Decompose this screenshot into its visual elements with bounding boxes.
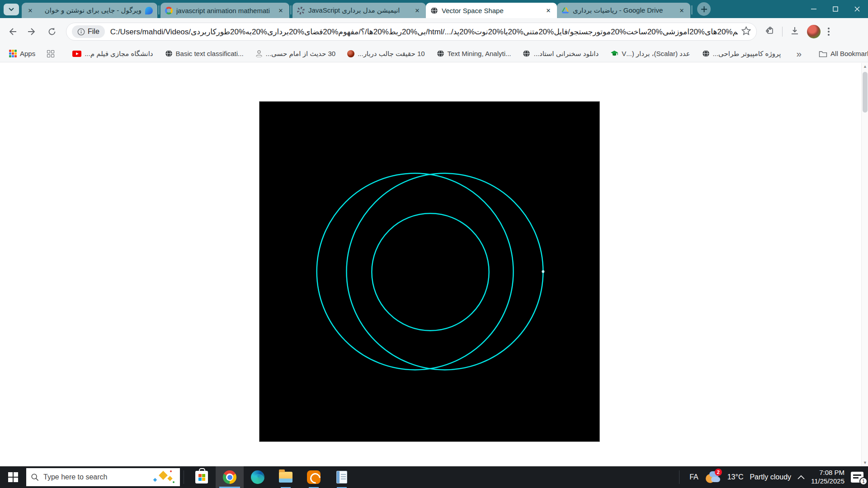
maximize-button[interactable] <box>825 0 846 18</box>
bookmark-label: پروژه کامپیوتر طراحی... <box>713 50 781 58</box>
bookmark-lecture-download[interactable]: دانلود سخنرانی استاد... <box>519 48 602 60</box>
vector-canvas-svg <box>259 102 599 441</box>
drive-icon <box>561 7 569 14</box>
downloads-button[interactable] <box>790 26 800 38</box>
weather-icon[interactable]: 2 <box>705 470 721 484</box>
back-button[interactable] <box>5 24 20 39</box>
system-tray: FA 2 13°C Partly cloudy 7:08 PM 11/25/20… <box>675 469 868 486</box>
grid-outline-icon <box>47 50 54 57</box>
tab-close-icon[interactable]: ✕ <box>544 6 552 14</box>
scroll-down-arrow[interactable]: ▼ <box>862 459 868 466</box>
bookmarks-overflow-button[interactable]: » <box>793 48 804 59</box>
windows-logo-icon <box>8 472 18 482</box>
tab-close-icon[interactable]: ✕ <box>413 6 421 14</box>
all-bookmarks-button[interactable]: All Bookmarks <box>815 48 868 59</box>
bookmark-text-mining[interactable]: Text Mining, Analyti... <box>433 48 515 59</box>
tray-separator <box>679 470 679 484</box>
close-icon <box>854 6 860 12</box>
vector-shape-canvas <box>259 101 600 442</box>
minimize-button[interactable] <box>803 0 825 18</box>
folder-icon <box>819 50 827 57</box>
tab-close-icon[interactable]: ✕ <box>678 6 686 14</box>
sketch-icon <box>255 50 263 57</box>
browser-toolbar: File C:/Users/mahdi/Videos/بی%20ربط%20ها… <box>0 18 868 45</box>
clock-date: 11/25/2025 <box>811 477 844 486</box>
grad-cap-icon <box>610 50 618 57</box>
close-button[interactable] <box>846 0 868 18</box>
tab-close-icon[interactable]: ✕ <box>26 6 34 14</box>
extensions-button[interactable] <box>765 26 775 38</box>
bookmark-label: 10 حقیقت جالب دربار... <box>358 50 425 58</box>
globe-icon <box>437 50 444 57</box>
scrollbar-thumb[interactable] <box>863 72 868 113</box>
minimize-icon <box>811 6 816 12</box>
weather-condition[interactable]: Partly cloudy <box>750 473 791 481</box>
file-scheme-chip[interactable]: File <box>72 25 105 38</box>
tab-title: Vector Space Shape <box>442 7 541 14</box>
bookmark-basic-text-classification[interactable]: Basic text classificati... <box>161 48 247 59</box>
new-tab-button[interactable] <box>697 2 711 16</box>
bookmark-virtual-university[interactable]: دانشگاه مجازی فیلم م... <box>69 48 156 60</box>
bookmark-label: Apps <box>20 50 35 57</box>
weather-badge: 2 <box>715 469 722 476</box>
youtube-icon <box>72 51 81 57</box>
taskbar-search[interactable]: Type here to search <box>26 468 180 486</box>
taskbar-separator <box>184 470 184 484</box>
tab-search-button[interactable] <box>4 4 19 15</box>
bookmarks-bar: Apps دانشگاه مجازی فیلم م... Basic text … <box>0 45 868 62</box>
taskbar-app-notepad[interactable] <box>328 466 356 488</box>
scroll-up-arrow[interactable]: ▲ <box>862 63 868 70</box>
profile-avatar[interactable] <box>807 25 821 38</box>
address-bar[interactable]: File C:/Users/mahdi/Videos/بی%20ربط%20ها… <box>66 23 757 41</box>
chevron-down-icon <box>9 8 14 11</box>
virgool-icon <box>145 7 153 14</box>
language-indicator[interactable]: FA <box>689 473 698 481</box>
url-text[interactable]: C:/Users/mahdi/Videos/بی%20ربط%20ها/؟/مف… <box>110 27 738 37</box>
menu-button[interactable] <box>828 28 830 36</box>
sphere-icon <box>347 50 354 57</box>
tab-virgool[interactable]: ✕ ویرگول - جایی برای نوشتن و خوان <box>22 3 157 18</box>
apps-grid-icon <box>9 50 17 57</box>
bookmark-star-icon[interactable] <box>741 26 751 38</box>
page-scrollbar[interactable]: ▲ ▼ <box>861 63 868 466</box>
bookmark-computer-project[interactable]: پروژه کامپیوتر طراحی... <box>698 48 785 60</box>
bookmark-label: Text Mining, Analyti... <box>448 50 511 57</box>
tab-google-search[interactable]: javascript animation mathemati ✕ <box>160 3 289 18</box>
tab-divider <box>291 5 291 14</box>
taskbar-clock[interactable]: 7:08 PM 11/25/2025 <box>811 469 844 486</box>
notification-center-icon[interactable]: 1 <box>851 472 863 483</box>
tab-title: JavaScript انیمیشن مدل برداری <box>308 6 410 14</box>
all-bookmarks-label: All Bookmarks <box>830 50 868 57</box>
taskbar: Type here to search FA <box>0 466 868 488</box>
forward-icon <box>28 27 37 36</box>
globe-icon <box>430 7 438 14</box>
start-button[interactable] <box>0 466 26 488</box>
taskbar-app-eitaa[interactable] <box>300 466 328 488</box>
tab-google-drive[interactable]: ریاضیات برداری - Google Drive ✕ <box>557 3 690 18</box>
taskbar-app-microsoft-store[interactable] <box>188 466 216 488</box>
forward-button[interactable] <box>24 24 40 39</box>
search-highlights-icon[interactable] <box>152 469 175 485</box>
browser-tab-strip: ✕ ویرگول - جایی برای نوشتن و خوان javasc… <box>0 0 868 18</box>
taskbar-app-edge[interactable] <box>244 466 272 488</box>
bookmark-label: دانشگاه مجازی فیلم م... <box>85 50 153 58</box>
tab-close-icon[interactable]: ✕ <box>277 6 285 14</box>
bookmark-scalar-vector[interactable]: عدد (Scalar)، بردار (...V <box>607 48 693 60</box>
chrome-icon <box>223 470 236 484</box>
bookmark-apps[interactable]: Apps <box>5 48 39 59</box>
bookmark-hadith[interactable]: 30 حدیث از امام حسی... <box>252 48 340 60</box>
taskbar-app-chrome[interactable] <box>216 466 244 488</box>
bookmark-facts[interactable]: 10 حقیقت جالب دربار... <box>344 48 428 60</box>
weather-temperature[interactable]: 13°C <box>727 473 744 481</box>
bookmark-label: 30 حدیث از امام حسی... <box>266 50 336 58</box>
bookmark-grid[interactable] <box>43 48 58 59</box>
toolbar-separator <box>782 27 783 37</box>
info-icon <box>77 28 85 36</box>
tab-chatgpt[interactable]: JavaScript انیمیشن مدل برداری ✕ <box>292 3 426 18</box>
tab-vector-space-shape[interactable]: Vector Space Shape ✕ <box>426 3 557 18</box>
bookmark-label: عدد (Scalar)، بردار (...V <box>622 50 690 58</box>
taskbar-app-file-explorer[interactable] <box>272 466 300 488</box>
tray-chevron-up-icon[interactable] <box>797 475 805 479</box>
reload-button[interactable] <box>44 24 60 39</box>
globe-icon <box>165 50 173 57</box>
